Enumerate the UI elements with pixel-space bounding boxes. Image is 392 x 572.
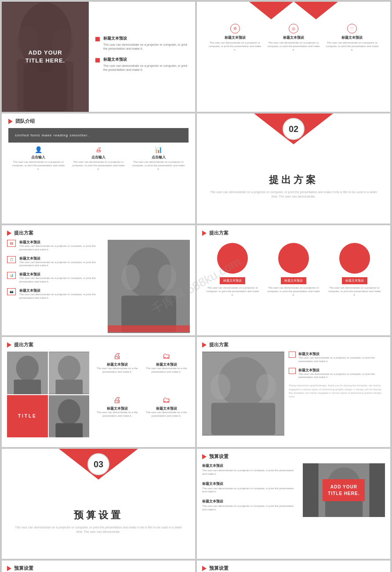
svg-point-26 — [256, 374, 276, 400]
slide-title: ADD YOUR TITLE HERE. 标题文本预设 The user can… — [2, 2, 195, 112]
svg-rect-18 — [55, 380, 83, 394]
svg-rect-15 — [14, 380, 41, 394]
red-circle — [217, 243, 248, 274]
svg-rect-12 — [108, 325, 190, 332]
section-triangle-icon — [7, 566, 11, 571]
section-triangle-icon — [202, 454, 207, 459]
rp-footer-text: Flying impression graphicdesign. thank y… — [289, 384, 385, 399]
svg-point-25 — [211, 374, 231, 400]
pr-item-3: 🖨 标题文本预设 The user can demonstrate on a t… — [94, 396, 141, 437]
camera-icon: 📷 — [7, 288, 16, 295]
team-section-title: 团队介绍 — [8, 118, 189, 125]
svg-rect-24 — [211, 403, 276, 435]
printer-icon: 🖨 — [95, 146, 102, 153]
slide1-bullet-1: 标题文本预设 The user can demonstrate on a pro… — [95, 36, 189, 51]
slide2-item-3: ♡ 标题文本预设 The user can demonstrate on a p… — [326, 24, 378, 51]
propose-item-2: 📋 标题文本预设 The user can demonstrate on a p… — [7, 256, 103, 268]
team-item-1: 👤 点击输入 The user can demonstrate on a pro… — [11, 146, 65, 171]
svg-point-10 — [121, 264, 140, 290]
user-icon: ◎ — [289, 24, 298, 33]
pr-item-1: 🖨 标题文本预设 The user can demonstrate on a t… — [94, 352, 141, 393]
red-triangle-icon — [294, 2, 338, 19]
svg-point-14 — [16, 356, 39, 381]
slide1-title: ADD YOUR TITLE HERE. — [25, 49, 65, 65]
chart-icon: 📊 — [7, 272, 16, 279]
budget-item-1: 标题文本预设 The user can demonstrate on a pro… — [202, 463, 298, 476]
printer-icon: 🖨 — [113, 352, 121, 361]
pr-item-4: 🗂 标题文本预设 The user can demonstrate on a t… — [143, 396, 190, 437]
circles-section-title: 提出方案 — [202, 230, 385, 236]
chart-section-title: 预算设置 — [202, 565, 385, 572]
red-square-icon — [95, 58, 100, 62]
slide-photo-grid: 提出方案 TITLE 🖨 标题文本预设 — [2, 337, 195, 447]
slide1-bullets: 标题文本预设 The user can demonstrate on a pro… — [89, 2, 195, 112]
clipboard-icon: 📋 — [7, 256, 16, 263]
triangle-top — [249, 2, 338, 19]
rp-list: ↑ 标题文本预设 The user can demonstrate on a p… — [289, 352, 385, 436]
budget-item-3: 标题文本预设 The user can demonstrate on a pro… — [202, 499, 298, 512]
propose-section-title: 提出方案 — [7, 230, 190, 236]
gear-icon: ⚙ — [230, 24, 240, 33]
slide-chart: 预算设置 — [197, 561, 390, 572]
budget-left: 标题文本预设 The user can demonstrate on a pro… — [202, 463, 298, 517]
printer-icon: 🖨 — [113, 396, 121, 405]
pr-item-2: 🗂 标题文本预设 The user can demonstrate on a t… — [143, 352, 190, 393]
circle-badge-3: 标题文本预设 — [342, 277, 367, 284]
photo-cell-2 — [49, 352, 90, 394]
section-zh-title: 提出方案 — [269, 173, 318, 187]
red-square-icon — [95, 37, 100, 41]
propose-item-4: 📷 标题文本预设 The user can demonstrate on a p… — [7, 288, 103, 300]
arrow-up-icon: ↑ — [289, 352, 296, 358]
timeline-section-title: 预算设置 — [7, 565, 190, 572]
photo-title-overlay: TITLE — [7, 395, 48, 438]
red-triangle-icon — [249, 2, 293, 19]
slide-section-02: 02 提出方案 The user can demonstrate on a pr… — [197, 114, 390, 224]
budget-right-photo: ADD YOURTITLE HERE. — [303, 463, 385, 517]
arrow-up-icon: ↑ — [289, 368, 296, 374]
rp-section-title: 提出方案 — [202, 341, 385, 348]
propose-item-1: 🖼 标题文本预设 The user can demonstrate on a p… — [7, 240, 103, 252]
budget-item-2: 标题文本预设 The user can demonstrate on a pro… — [202, 481, 298, 494]
circle-badge-2: 标题文本预设 — [281, 277, 306, 284]
slide-circles: 提出方案 标题文本预设 The user can demonstrate on … — [197, 225, 390, 335]
rp-item-1: ↑ 标题文本预设 The user can demonstrate on a p… — [289, 352, 385, 363]
circles-row: 标题文本预设 The user can demonstrate on a pro… — [202, 243, 385, 297]
photo-grid-content: TITLE 🖨 标题文本预设 The user can demonstrate … — [7, 352, 190, 437]
svg-point-17 — [58, 356, 80, 381]
chart-icon: 📊 — [155, 146, 162, 153]
slide-right-photo: 提出方案 ↑ 标题文本预设 The user can demonstrate o… — [197, 337, 390, 447]
budget-content: 标题文本预设 The user can demonstrate on a pro… — [202, 463, 385, 517]
folder-icon: 🗂 — [163, 352, 171, 361]
svg-point-11 — [158, 264, 176, 290]
team-item-3: 📊 点击输入 The user can demonstrate on a pro… — [131, 146, 185, 171]
svg-rect-21 — [55, 423, 83, 437]
section-triangle-icon — [7, 342, 11, 348]
rp-photo-bg — [202, 352, 284, 436]
budget-right-overlay: ADD YOURTITLE HERE. — [303, 463, 385, 517]
photo-grid-title: 提出方案 — [7, 341, 190, 348]
propose-item-3: 📊 标题文本预设 The user can demonstrate on a p… — [7, 272, 103, 284]
photo-cell-4 — [49, 395, 90, 438]
budget-section-title: 预算设置 — [202, 453, 385, 460]
photo-left-grid: TITLE — [7, 352, 89, 437]
slide2-items: ⚙ 标题文本预设 The user can demonstrate on a p… — [201, 22, 386, 54]
section-triangle-icon — [202, 342, 207, 348]
propose-list: 🖼 标题文本预设 The user can demonstrate on a p… — [7, 240, 103, 333]
section-zh-title: 预算设置 — [74, 509, 123, 522]
rp-content: ↑ 标题文本预设 The user can demonstrate on a p… — [202, 352, 385, 436]
red-circle — [278, 243, 309, 274]
photo-right-items: 🖨 标题文本预设 The user can demonstrate on a t… — [94, 352, 190, 437]
section-triangle-icon — [202, 566, 207, 571]
circle-item-2: 标题文本预设 The user can demonstrate on a pro… — [266, 243, 321, 297]
rp-item-2: ↑ 标题文本预设 The user can demonstrate on a p… — [289, 368, 385, 380]
slide2-item-2: ◎ 标题文本预设 The user can demonstrate on a p… — [267, 24, 320, 51]
slide1-photo-bg: ADD YOUR TITLE HERE. — [2, 2, 89, 112]
slide-propose-list: 提出方案 🖼 标题文本预设 The user can demonstrate o… — [2, 225, 195, 335]
propose-content: 🖼 标题文本预设 The user can demonstrate on a p… — [7, 240, 190, 333]
team-banner: Unified fonts make reading smoother. — [8, 128, 189, 143]
slide-budget: 预算设置 标题文本预设 The user can demonstrate on … — [197, 449, 390, 559]
slide-team: 团队介绍 Unified fonts make reading smoother… — [2, 114, 195, 224]
section-number: 02 — [283, 118, 305, 140]
circle-item-1: 标题文本预设 The user can demonstrate on a pro… — [205, 243, 260, 297]
team-icons: 👤 点击输入 The user can demonstrate on a pro… — [8, 146, 189, 171]
